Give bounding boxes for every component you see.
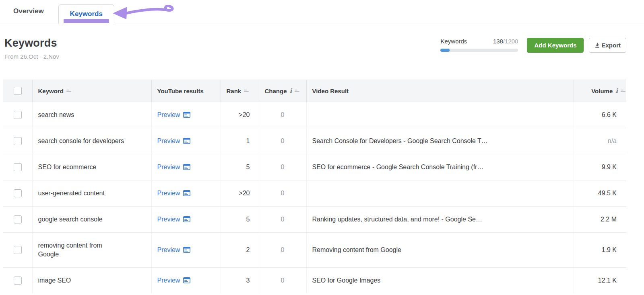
sort-icon[interactable] <box>66 90 71 92</box>
column-header-video-result: Video Result <box>306 80 574 102</box>
video-result-cell: SEO for ecommerce - Google Search Consol… <box>306 154 574 180</box>
row-checkbox[interactable] <box>14 246 22 254</box>
date-range: From 26.Oct - 2.Nov <box>4 53 59 60</box>
keyword-cell: user-generated content <box>38 189 105 198</box>
video-result-cell <box>306 180 574 206</box>
row-checkbox[interactable] <box>14 163 22 171</box>
keywords-quota: Keywords 138/1200 <box>440 38 518 52</box>
video-result-cell: Ranking updates, structured data, and mo… <box>306 206 574 232</box>
change-cell: 0 <box>259 267 306 293</box>
tab-bar: Overview Keywords <box>0 0 644 23</box>
download-icon <box>594 42 600 48</box>
video-result-cell: SEO for Google Images <box>306 267 574 293</box>
volume-cell: 1.9 K <box>574 232 626 267</box>
volume-cell: 49.5 K <box>574 180 626 206</box>
serp-preview-icon <box>183 216 190 222</box>
table-row: SEO for ecommerce Preview 5 0 SEO for ec… <box>3 154 626 180</box>
active-tab-highlight <box>64 19 109 23</box>
volume-cell: n/a <box>574 128 626 154</box>
quota-label: Keywords <box>440 38 467 45</box>
keyword-cell: search console for developers <box>38 137 124 145</box>
keyword-cell: image SEO <box>38 276 71 285</box>
select-all-checkbox[interactable] <box>14 87 22 95</box>
rank-cell: >20 <box>221 102 259 128</box>
table-row: user-generated content Preview >20 0 49.… <box>3 180 626 206</box>
export-button-label: Export <box>601 42 621 49</box>
keyword-cell: removing content from Google <box>38 241 124 259</box>
serp-preview-icon <box>183 247 190 253</box>
tab-overview[interactable]: Overview <box>13 7 48 23</box>
tab-keywords-label: Keywords <box>70 10 103 18</box>
rank-cell: 2 <box>221 232 259 267</box>
row-checkbox[interactable] <box>14 277 22 285</box>
change-cell: 0 <box>259 154 306 180</box>
keyword-cell: search news <box>38 111 74 119</box>
page-title: Keywords <box>4 37 59 49</box>
preview-link[interactable]: Preview <box>157 163 191 172</box>
table-header-row: Keyword YouTube results Rank Change i Vi… <box>3 80 626 102</box>
add-keywords-button[interactable]: Add Keywords <box>527 38 584 53</box>
info-icon[interactable]: i <box>615 87 618 94</box>
video-result-cell: Search Console for Developers - Google S… <box>306 128 574 154</box>
rank-cell: 5 <box>221 154 259 180</box>
column-header-keyword[interactable]: Keyword <box>32 80 151 102</box>
volume-cell: 9.9 K <box>574 154 626 180</box>
serp-preview-icon <box>183 112 190 118</box>
rank-cell: 1 <box>221 128 259 154</box>
column-header-volume[interactable]: Volume i <box>574 80 626 102</box>
page-header: Keywords From 26.Oct - 2.Nov Keywords 13… <box>4 37 626 60</box>
rank-cell: >20 <box>221 180 259 206</box>
sort-icon[interactable] <box>244 90 249 92</box>
table-row: google search console Preview 5 0 Rankin… <box>3 206 626 232</box>
keywords-table: Keyword YouTube results Rank Change i Vi… <box>3 80 626 293</box>
volume-cell: 6.6 K <box>574 102 626 128</box>
video-result-cell <box>306 102 574 128</box>
rank-cell: 5 <box>221 206 259 232</box>
change-cell: 0 <box>259 128 306 154</box>
column-header-rank[interactable]: Rank <box>221 80 259 102</box>
table-row: image SEO Preview 3 0 SEO for Google Ima… <box>3 267 626 293</box>
row-checkbox[interactable] <box>14 137 22 145</box>
row-checkbox[interactable] <box>14 111 22 119</box>
volume-cell: 12.1 K <box>574 267 626 293</box>
annotation-arrow-icon <box>113 5 174 20</box>
keyword-cell: SEO for ecommerce <box>38 163 97 172</box>
change-cell: 0 <box>259 180 306 206</box>
info-icon[interactable]: i <box>290 87 292 94</box>
export-button[interactable]: Export <box>589 38 626 53</box>
row-checkbox[interactable] <box>14 189 22 197</box>
table-row: search news Preview >20 0 6.6 K <box>3 102 626 128</box>
serp-preview-icon <box>183 164 190 170</box>
keyword-cell: google search console <box>38 215 103 224</box>
row-checkbox[interactable] <box>14 215 22 223</box>
table-row: removing content from Google Preview 2 0… <box>3 232 626 267</box>
sort-icon[interactable] <box>621 90 625 92</box>
video-result-cell: Removing content from Google <box>306 232 574 267</box>
preview-link[interactable]: Preview <box>157 246 191 254</box>
change-cell: 0 <box>259 232 306 267</box>
serp-preview-icon <box>183 277 190 283</box>
column-header-change[interactable]: Change i <box>259 80 306 102</box>
preview-link[interactable]: Preview <box>157 137 191 145</box>
volume-cell: 2.2 M <box>574 206 626 232</box>
preview-link[interactable]: Preview <box>157 215 191 224</box>
table-row: search console for developers Preview 1 … <box>3 128 626 154</box>
change-cell: 0 <box>259 206 306 232</box>
serp-preview-icon <box>183 190 190 196</box>
sort-icon[interactable] <box>295 90 299 92</box>
quota-count: 138/1200 <box>493 38 518 45</box>
preview-link[interactable]: Preview <box>157 276 191 285</box>
change-cell: 0 <box>259 102 306 128</box>
quota-progress-fill <box>440 49 449 52</box>
serp-preview-icon <box>183 138 190 144</box>
quota-progress-bar <box>440 49 518 52</box>
rank-cell: 3 <box>221 267 259 293</box>
preview-link[interactable]: Preview <box>157 189 191 198</box>
preview-link[interactable]: Preview <box>157 111 191 119</box>
tab-keywords[interactable]: Keywords <box>58 4 114 23</box>
column-header-youtube-results: YouTube results <box>151 80 221 102</box>
